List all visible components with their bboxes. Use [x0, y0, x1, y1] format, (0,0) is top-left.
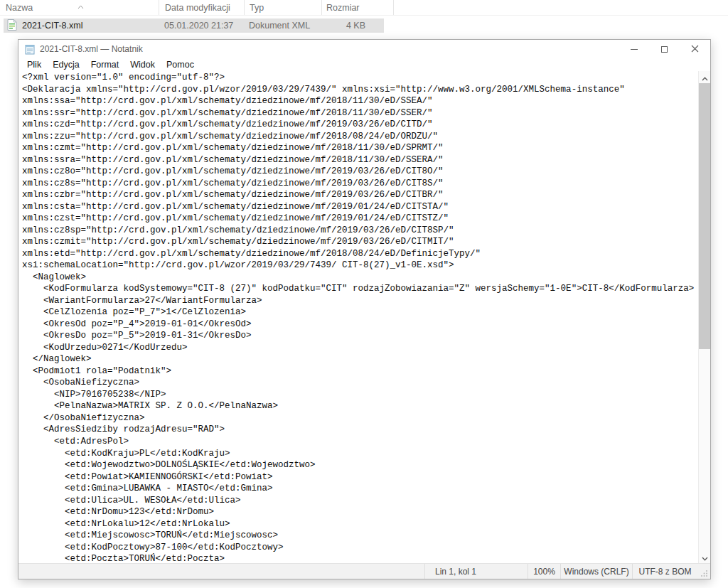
- maximize-button[interactable]: [649, 40, 680, 58]
- column-header-filler: [393, 0, 728, 15]
- zoom-level: 100%: [528, 564, 560, 579]
- screen: Nazwa Data modyfikacji Typ Rozmiar 2021-…: [0, 0, 728, 588]
- close-icon: [691, 43, 699, 55]
- file-type: Dokument XML: [244, 18, 321, 33]
- status-bar: Lin 1, kol 1 100% Windows (CRLF) UTF-8 z…: [18, 563, 710, 579]
- explorer-column-headers: Nazwa Data modyfikacji Typ Rozmiar: [0, 0, 728, 16]
- menu-bar: Plik Edycja Format Widok Pomoc: [18, 58, 710, 71]
- column-header-label: Nazwa: [6, 3, 33, 13]
- notepad-icon: [25, 44, 36, 55]
- editor-text[interactable]: <?xml version="1.0" encoding="utf-8"?> <…: [18, 71, 710, 563]
- column-header-size[interactable]: Rozmiar: [321, 0, 393, 15]
- minimize-icon: [631, 49, 638, 50]
- column-header-label: Rozmiar: [326, 3, 360, 13]
- line-ending: Windows (CRLF): [560, 564, 632, 579]
- file-row-2021-cit-8[interactable]: 2021-CIT-8.xml 05.01.2020 21:37 Dokument…: [4, 18, 384, 33]
- column-header-modified[interactable]: Data modyfikacji: [159, 0, 244, 15]
- file-name-cell: 2021-CIT-8.xml: [4, 18, 159, 33]
- window-title: 2021-CIT-8.xml — Notatnik: [40, 44, 143, 54]
- menu-widok[interactable]: Widok: [124, 58, 161, 71]
- minimize-button[interactable]: [619, 40, 649, 58]
- menu-pomoc[interactable]: Pomoc: [161, 58, 200, 71]
- chevron-up-icon: [702, 71, 708, 84]
- file-explorer: Nazwa Data modyfikacji Typ Rozmiar 2021-…: [0, 0, 728, 16]
- menu-plik[interactable]: Plik: [21, 58, 47, 71]
- scrollbar-thumb[interactable]: [699, 83, 710, 349]
- menu-edycja[interactable]: Edycja: [47, 58, 85, 71]
- chevron-down-icon: [702, 551, 708, 564]
- sort-ascending-icon: [77, 0, 84, 12]
- encoding: UTF-8 z BOM: [632, 564, 697, 579]
- vertical-scrollbar[interactable]: [698, 71, 710, 563]
- notepad-window: 2021-CIT-8.xml — Notatnik Plik Edycja Fo…: [18, 39, 711, 579]
- scroll-down-button[interactable]: [699, 551, 710, 563]
- scroll-up-button[interactable]: [699, 71, 710, 83]
- column-header-label: Data modyfikacji: [165, 3, 230, 13]
- resize-grip[interactable]: [697, 564, 710, 579]
- cursor-position: Lin 1, kol 1: [424, 564, 528, 579]
- statusbar-spacer: [18, 564, 424, 579]
- close-button[interactable]: [680, 40, 710, 58]
- file-modified: 05.01.2020 21:37: [159, 18, 244, 33]
- window-controls: [619, 40, 710, 58]
- menu-format[interactable]: Format: [85, 58, 125, 71]
- title-bar[interactable]: 2021-CIT-8.xml — Notatnik: [18, 40, 710, 58]
- xml-document-icon: [7, 19, 17, 33]
- column-header-type[interactable]: Typ: [244, 0, 321, 15]
- file-name: 2021-CIT-8.xml: [22, 21, 82, 31]
- file-size: 4 KB: [321, 18, 384, 33]
- column-header-label: Typ: [250, 3, 264, 13]
- maximize-icon: [661, 46, 668, 53]
- editor-area: <?xml version="1.0" encoding="utf-8"?> <…: [18, 71, 710, 563]
